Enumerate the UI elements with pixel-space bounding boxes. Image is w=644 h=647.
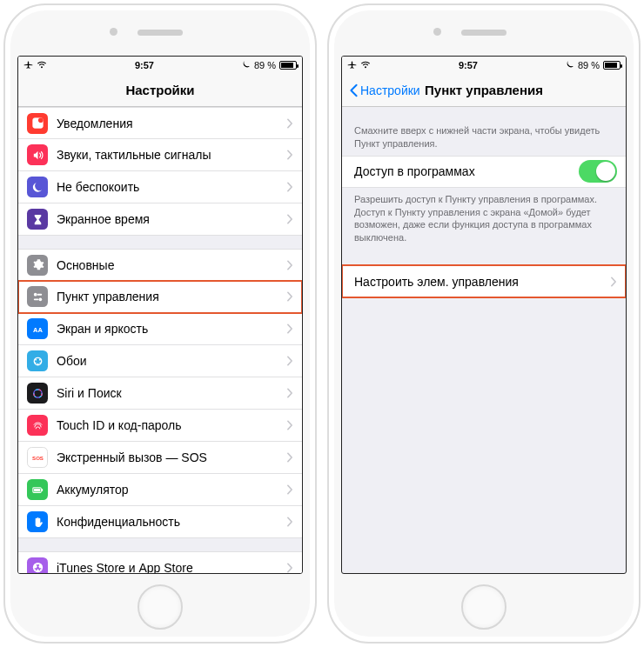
svg-rect-20 xyxy=(34,488,40,490)
chevron-right-icon xyxy=(286,517,293,527)
row-label: Аккумулятор xyxy=(57,483,286,497)
settings-row-siri[interactable]: Siri и Поиск xyxy=(18,377,302,410)
row-label: Основные xyxy=(57,258,286,272)
battery-icon xyxy=(279,61,297,70)
svg-rect-4 xyxy=(37,293,42,295)
screen-right: 9:57 89 % Настройки Пункт управления Сма… xyxy=(341,56,627,574)
control-center-settings: Смахните вверх с нижней части экрана, чт… xyxy=(342,107,626,573)
page-title: Настройки xyxy=(125,83,194,97)
row-label: Touch ID и код-пароль xyxy=(57,418,286,432)
chevron-right-icon xyxy=(610,277,617,287)
settings-row-notifications[interactable]: Уведомления xyxy=(18,107,302,139)
svg-point-13 xyxy=(37,363,38,364)
svg-point-3 xyxy=(33,292,37,296)
svg-point-12 xyxy=(39,362,41,364)
moon-icon xyxy=(27,177,48,197)
row-label: Конфиденциальность xyxy=(57,515,286,529)
airplane-icon xyxy=(23,60,33,71)
camera-dot xyxy=(433,28,441,36)
row-label: Обои xyxy=(57,354,286,368)
customize-label: Настроить элем. управления xyxy=(354,275,610,289)
chevron-right-icon xyxy=(286,118,293,129)
row-label: Звуки, тактильные сигналы xyxy=(57,148,286,162)
settings-row-general[interactable]: Основные xyxy=(18,249,302,281)
chevron-right-icon xyxy=(286,420,293,430)
status-time: 9:57 xyxy=(459,60,478,70)
settings-row-display[interactable]: AAЭкран и яркость xyxy=(18,313,302,345)
svg-rect-6 xyxy=(33,298,38,300)
back-button[interactable]: Настройки xyxy=(345,74,424,106)
settings-row-touch-id[interactable]: Touch ID и код-пароль xyxy=(18,410,302,442)
chevron-right-icon xyxy=(286,182,293,192)
chevron-right-icon xyxy=(286,291,293,302)
wifi-icon xyxy=(360,60,371,70)
notifications-icon xyxy=(27,113,48,134)
row-label: Уведомления xyxy=(57,117,286,130)
intro-text: Смахните вверх с нижней части экрана, чт… xyxy=(342,107,626,156)
dnd-moon-icon xyxy=(566,60,574,70)
home-button[interactable] xyxy=(461,584,506,630)
settings-row-privacy[interactable]: Конфиденциальность xyxy=(18,506,302,538)
wallpaper-icon xyxy=(27,350,48,371)
phone-right: 9:57 89 % Настройки Пункт управления Сма… xyxy=(327,3,641,644)
chevron-right-icon xyxy=(286,452,293,463)
airplane-icon xyxy=(347,60,357,71)
row-label: Экран и яркость xyxy=(57,322,286,336)
access-label: Доступ в программах xyxy=(354,164,579,178)
customize-controls-row[interactable]: Настроить элем. управления xyxy=(342,265,626,297)
row-label: Экранное время xyxy=(57,212,286,226)
status-bar: 9:57 89 % xyxy=(18,57,302,74)
screen-left: 9:57 89 % Настройки УведомленияЗвуки, та… xyxy=(17,56,303,574)
settings-row-dnd[interactable]: Не беспокоить xyxy=(18,171,302,203)
chevron-right-icon xyxy=(286,150,293,160)
row-label: Пункт управления xyxy=(57,290,286,303)
chevron-right-icon xyxy=(286,324,293,334)
chevron-right-icon xyxy=(286,260,293,270)
back-label: Настройки xyxy=(360,83,420,97)
speaker-slot xyxy=(461,30,506,36)
svg-rect-19 xyxy=(41,489,42,491)
access-footer: Разрешить доступ к Пункту управления в п… xyxy=(342,188,626,250)
status-time: 9:57 xyxy=(135,60,154,70)
camera-dot xyxy=(110,28,117,36)
battery-pct: 89 % xyxy=(578,60,600,70)
svg-point-9 xyxy=(35,358,37,360)
settings-row-sos[interactable]: SOSЭкстренный вызов — SOS xyxy=(18,442,302,474)
speaker-slot xyxy=(138,30,183,36)
navbar: Настройки xyxy=(18,74,302,107)
battery-pct: 89 % xyxy=(254,60,276,70)
svg-point-5 xyxy=(38,297,42,301)
sounds-icon xyxy=(27,144,48,165)
svg-text:SOS: SOS xyxy=(32,455,44,461)
settings-row-sounds[interactable]: Звуки, тактильные сигналы xyxy=(18,139,302,171)
sos-icon: SOS xyxy=(27,447,48,468)
svg-point-10 xyxy=(38,358,40,360)
row-label: Экстренный вызов — SOS xyxy=(57,450,286,464)
appstore-icon xyxy=(27,557,48,574)
access-in-apps-row[interactable]: Доступ в программах xyxy=(342,156,626,188)
navbar: Настройки Пункт управления xyxy=(342,74,626,107)
settings-list[interactable]: УведомленияЗвуки, тактильные сигналыНе б… xyxy=(18,107,302,573)
settings-row-screen-time[interactable]: Экранное время xyxy=(18,203,302,236)
row-label: iTunes Store и App Store xyxy=(57,561,286,574)
row-label: Siri и Поиск xyxy=(57,386,286,400)
svg-text:AA: AA xyxy=(33,326,43,334)
settings-row-control-center[interactable]: Пункт управления xyxy=(18,281,302,313)
display-icon: AA xyxy=(27,318,48,339)
battery-icon xyxy=(603,61,621,70)
status-bar: 9:57 89 % xyxy=(342,57,626,74)
gear-icon xyxy=(27,255,48,276)
settings-row-wallpaper[interactable]: Обои xyxy=(18,345,302,377)
battery-icon xyxy=(27,479,48,500)
chevron-right-icon xyxy=(286,356,293,366)
fingerprint-icon xyxy=(27,415,48,436)
siri-icon xyxy=(27,383,48,404)
settings-row-itunes[interactable]: iTunes Store и App Store xyxy=(18,551,302,573)
row-label: Не беспокоить xyxy=(57,180,286,194)
settings-row-battery[interactable]: Аккумулятор xyxy=(18,474,302,506)
hourglass-icon xyxy=(27,209,48,230)
chevron-right-icon xyxy=(286,388,293,398)
access-toggle[interactable] xyxy=(579,160,617,183)
home-button[interactable] xyxy=(138,584,183,630)
page-title: Пункт управления xyxy=(425,83,543,97)
